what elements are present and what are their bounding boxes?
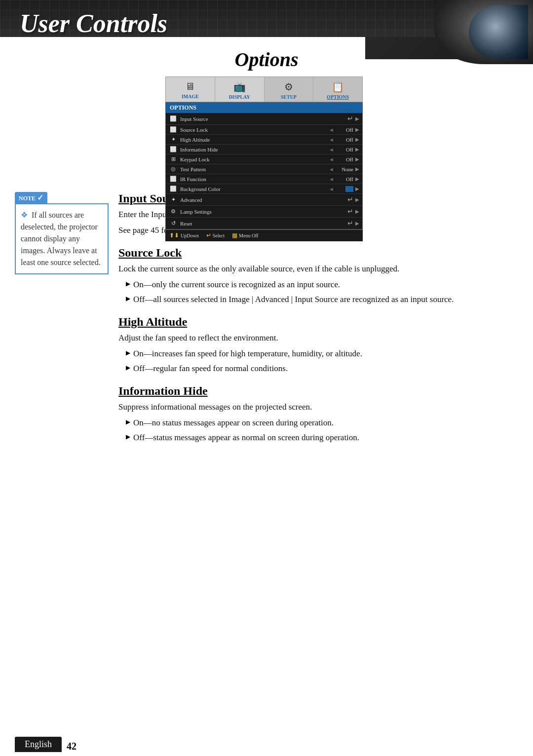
source-lock-bullet-2-text: Off—all sources selected in Image | Adva… (133, 293, 454, 306)
note-content: ❖ If all sources are deselected, the pro… (15, 203, 109, 274)
source-lock-value: Off (336, 127, 353, 133)
bullet-tri-icon-2: ▶ (126, 294, 130, 303)
high-altitude-label: High Altitude (180, 137, 327, 143)
updown-icon: ⬆⬇ (169, 232, 179, 239)
ir-function-arrow: ▶ (355, 176, 359, 182)
information-hide-bullet-2: ▶ Off—status messages appear as normal o… (126, 431, 518, 444)
high-altitude-para: Adjust the fan speed to reflect the envi… (118, 332, 518, 344)
menu-row-ir-function[interactable]: ⬜ IR Function ◄ Off ▶ (166, 174, 362, 184)
menu-row-reset[interactable]: ↺ Reset ↵ ▶ (166, 218, 362, 229)
information-hide-icon: ⬜ (169, 146, 178, 152)
menu-header: OPTIONS (166, 103, 362, 113)
menu-tabs: 🖥 IMAGE 📺 DISPLAY ⚙ SETUP 📋 OPTIONS (165, 76, 363, 102)
source-lock-label: Source Lock (180, 127, 327, 133)
menu-row-information-hide[interactable]: ⬜ Information Hide ◄ Off ▶ (166, 145, 362, 154)
heading-source-lock: Source Lock (118, 246, 518, 260)
color-swatch (345, 186, 353, 192)
source-lock-bullet-1: ▶ On—only the current source is recogniz… (126, 278, 518, 291)
test-pattern-arrow: ▶ (355, 166, 359, 172)
footer-updown-label: UpDown (181, 233, 199, 238)
keypad-lock-arrow: ▶ (355, 156, 359, 162)
menu-row-background-color[interactable]: ⬜ Background Color ◄ ▶ (166, 184, 362, 194)
lamp-icon: ⚙ (169, 208, 178, 215)
menu-row-input-source[interactable]: ⬜ Input Source ↵ ▶ (166, 113, 362, 125)
information-hide-label: Information Hide (180, 147, 327, 152)
test-pattern-value: None (336, 166, 353, 172)
menu-body: OPTIONS ⬜ Input Source ↵ ▶ ⬜ Source Lock… (165, 102, 363, 229)
note-badge: NOTE (15, 192, 47, 203)
test-pattern-icon: ◎ (169, 166, 178, 172)
menu-row-high-altitude[interactable]: ✦ High Altitude ◄ Off ▶ (166, 135, 362, 145)
high-altitude-sep: ◄ (329, 137, 334, 143)
source-lock-bullet-2: ▶ Off—all sources selected in Image | Ad… (126, 293, 518, 306)
heading-information-hide: Information Hide (118, 384, 518, 398)
tab-display-label: DISPLAY (229, 94, 250, 100)
footer-menu-off: ▦ Menu Off (232, 232, 259, 239)
bullet-tri-icon: ▶ (126, 279, 130, 289)
bg-color-icon: ⬜ (169, 186, 178, 192)
tab-options-label: OPTIONS (327, 94, 349, 100)
source-lock-arrow: ▶ (355, 127, 359, 132)
advanced-arrow: ▶ (355, 197, 359, 202)
input-source-enter: ↵ (347, 114, 353, 123)
note-text: If all sources are deselected, the proje… (21, 211, 101, 266)
bullet-tri-icon-6: ▶ (126, 432, 130, 442)
source-lock-bullet-1-text: On—only the current source is recognized… (133, 278, 340, 291)
input-source-label: Input Source (180, 116, 347, 122)
bg-color-sep: ◄ (329, 186, 334, 192)
menu-row-test-pattern[interactable]: ◎ Test Pattern ◄ None ▶ (166, 164, 362, 174)
input-source-icon: ⬜ (169, 115, 178, 122)
tab-setup[interactable]: ⚙ SETUP (265, 77, 314, 102)
options-tab-icon: 📋 (315, 81, 360, 93)
menu-row-source-lock[interactable]: ⬜ Source Lock ◄ Off ▶ (166, 125, 362, 135)
menu-row-lamp-settings[interactable]: ⚙ Lamp Settings ↵ ▶ (166, 206, 362, 218)
lamp-enter: ↵ (347, 207, 353, 216)
bullet-tri-icon-3: ▶ (126, 348, 130, 358)
ir-function-label: IR Function (180, 176, 327, 182)
footer-page-number: 42 (67, 741, 76, 752)
source-lock-icon: ⬜ (169, 126, 178, 133)
footer-select: ↵ Select (206, 232, 225, 239)
reset-arrow: ▶ (355, 221, 359, 226)
reset-icon: ↺ (169, 220, 178, 227)
ir-function-sep: ◄ (329, 176, 334, 182)
footer-select-label: Select (213, 233, 225, 238)
heading-high-altitude: High Altitude (118, 315, 518, 329)
source-lock-sep: ◄ (329, 127, 334, 133)
tab-image[interactable]: 🖥 IMAGE (166, 77, 215, 102)
information-hide-bullet-1: ▶ On—no status messages appear on screen… (126, 416, 518, 429)
menu-row-advanced[interactable]: ✦ Advanced ↵ ▶ (166, 194, 362, 206)
information-hide-value: Off (336, 147, 353, 152)
high-altitude-bullet-1-text: On—increases fan speed for high temperat… (133, 347, 362, 360)
tab-options[interactable]: 📋 OPTIONS (313, 77, 362, 102)
high-altitude-value: Off (336, 137, 353, 143)
advanced-enter: ↵ (347, 195, 353, 204)
advanced-label: Advanced (180, 197, 347, 203)
bullet-tri-icon-5: ▶ (126, 417, 130, 427)
menu-row-keypad-lock[interactable]: ⊞ Keypad Lock ◄ Off ▶ (166, 154, 362, 164)
test-pattern-sep: ◄ (329, 166, 334, 172)
reset-enter: ↵ (347, 219, 353, 227)
keypad-lock-value: Off (336, 156, 353, 162)
note-bullet: ❖ (21, 211, 28, 219)
setup-tab-icon: ⚙ (266, 81, 311, 93)
tab-setup-label: SETUP (281, 94, 297, 100)
select-icon: ↵ (206, 232, 211, 239)
high-altitude-icon: ✦ (169, 136, 178, 143)
bg-color-value (336, 186, 353, 192)
page-footer: English 42 (0, 729, 533, 756)
image-tab-icon: 🖥 (168, 81, 213, 92)
high-altitude-bullet-1: ▶ On—increases fan speed for high temper… (126, 347, 518, 360)
note-box: NOTE ❖ If all sources are deselected, th… (15, 192, 109, 447)
bullet-tri-icon-4: ▶ (126, 363, 130, 373)
bg-color-label: Background Color (180, 186, 327, 192)
source-lock-para: Lock the current source as the only avai… (118, 263, 518, 275)
footer-language: English (15, 737, 62, 752)
information-hide-arrow: ▶ (355, 147, 359, 152)
reset-label: Reset (180, 221, 347, 227)
information-hide-sep: ◄ (329, 147, 334, 152)
menu-footer: ⬆⬇ UpDown ↵ Select ▦ Menu Off (165, 229, 363, 241)
menu-off-icon: ▦ (232, 232, 237, 239)
menu-screenshot: 🖥 IMAGE 📺 DISPLAY ⚙ SETUP 📋 OPTIONS OPTI… (165, 76, 363, 241)
tab-display[interactable]: 📺 DISPLAY (215, 77, 265, 102)
